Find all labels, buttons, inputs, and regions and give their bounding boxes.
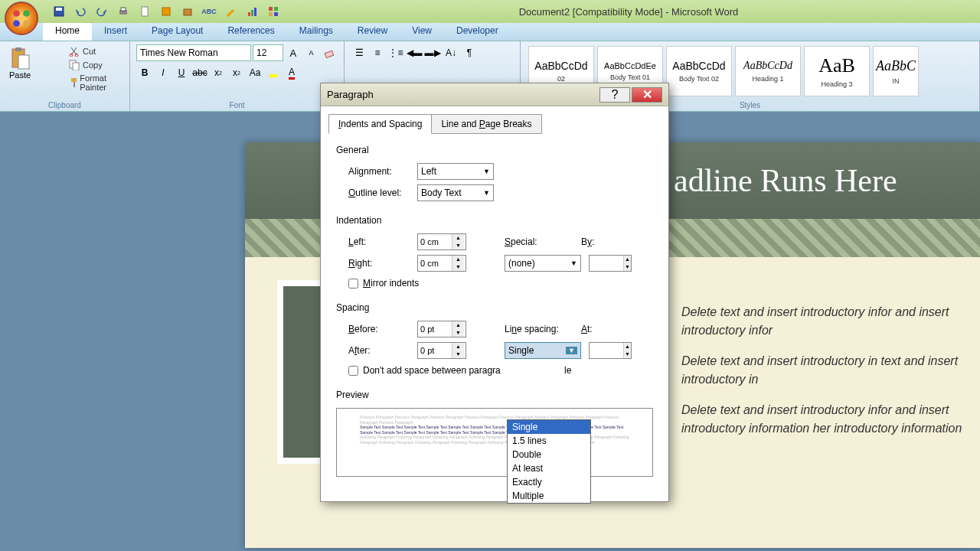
by-spinner[interactable]: ▲▼ [589, 255, 632, 272]
cut-button[interactable]: Cut [66, 44, 123, 58]
ls-option-at-least[interactable]: At least [508, 461, 590, 475]
style-heading-1[interactable]: AaBbCcDdHeading 1 [735, 46, 801, 96]
tab-home[interactable]: Home [43, 23, 92, 41]
up-icon[interactable]: ▲ [452, 321, 464, 329]
subscript-button[interactable]: x2 [210, 64, 227, 81]
svg-rect-11 [248, 12, 250, 16]
decrease-indent[interactable]: ◀▬ [406, 44, 423, 61]
svg-rect-15 [274, 7, 278, 11]
tab-review[interactable]: Review [345, 23, 400, 41]
multilevel-button[interactable]: ⋮≡ [387, 44, 404, 61]
left-spinner[interactable]: ▲▼ [417, 233, 466, 250]
qat-save[interactable] [51, 3, 67, 20]
qat-extra2[interactable] [179, 3, 196, 20]
italic-button[interactable]: I [155, 64, 172, 81]
shrink-font[interactable]: A [303, 44, 320, 61]
style-in[interactable]: AaBbCIN [873, 46, 919, 96]
up-icon[interactable]: ▲ [452, 343, 464, 350]
tab-developer[interactable]: Developer [444, 23, 511, 41]
tab-line-page-breaks[interactable]: Line and Page Breaks [431, 114, 541, 134]
sort-button[interactable]: A↓ [443, 44, 459, 61]
dialog-titlebar[interactable]: Paragraph ? ✕ [321, 83, 668, 106]
dialog-close-button[interactable]: ✕ [632, 87, 662, 103]
at-spinner[interactable]: ▲▼ [589, 342, 632, 359]
down-icon[interactable]: ▼ [624, 263, 631, 271]
office-button[interactable] [5, 2, 38, 35]
dont-add-checkbox[interactable] [348, 366, 358, 376]
down-icon[interactable]: ▼ [624, 350, 631, 358]
format-painter-button[interactable]: Format Painter [66, 72, 123, 93]
dialog-body: General Alignment: Left▼ Outline level: … [321, 134, 668, 501]
tab-mailings[interactable]: Mailings [287, 23, 345, 41]
up-icon[interactable]: ▲ [624, 256, 631, 263]
numbering-button[interactable]: ≡ [369, 44, 386, 61]
qat-spell[interactable]: ABC [201, 3, 217, 20]
qat-draw[interactable] [222, 3, 239, 20]
chevron-down-icon: ▼ [570, 259, 577, 267]
body-p1: Delete text and insert introductory info… [681, 303, 965, 340]
style-heading-3[interactable]: AaBHeading 3 [804, 46, 870, 96]
qat-extra1[interactable] [158, 3, 175, 20]
mirror-checkbox[interactable] [348, 279, 358, 289]
ls-option-single[interactable]: Single [508, 420, 590, 434]
down-icon[interactable]: ▼ [452, 242, 464, 249]
down-icon[interactable]: ▼ [452, 329, 464, 337]
up-icon[interactable]: ▲ [624, 343, 631, 350]
ls-option-exactly[interactable]: Exactly [508, 475, 590, 489]
grow-font[interactable]: A [285, 44, 302, 61]
special-label: Special: [505, 236, 573, 247]
tab-indents-spacing[interactable]: IIndents and Spacingndents and Spacing [328, 114, 432, 134]
svg-rect-5 [56, 8, 62, 11]
qat-redo[interactable] [93, 3, 110, 20]
font-color-button[interactable]: A [283, 64, 300, 81]
qat-grid[interactable] [265, 3, 282, 20]
svg-rect-8 [142, 7, 148, 16]
show-marks[interactable]: ¶ [461, 44, 478, 61]
ls-option-1-5[interactable]: 1.5 lines [508, 434, 590, 448]
tab-references[interactable]: References [215, 23, 286, 41]
qat-chart[interactable] [243, 3, 260, 20]
strike-button[interactable]: abc [191, 64, 208, 81]
svg-point-1 [23, 10, 30, 17]
sheet-icon [161, 6, 172, 17]
qat-preview[interactable] [136, 3, 153, 20]
down-icon[interactable]: ▼ [452, 350, 464, 358]
up-icon[interactable]: ▲ [452, 234, 464, 242]
alignment-label: Alignment: [348, 166, 410, 177]
dialog-help-button[interactable]: ? [599, 87, 630, 103]
bold-button[interactable]: B [136, 64, 153, 81]
clear-format[interactable] [321, 44, 338, 61]
style-body-text-02[interactable]: AaBbCcDdBody Text 02 [666, 46, 732, 96]
copy-button[interactable]: Copy [66, 58, 123, 72]
change-case[interactable]: Aa [247, 64, 263, 81]
qat-undo[interactable] [72, 3, 89, 20]
bullets-button[interactable]: ☰ [351, 44, 368, 61]
alignment-combo[interactable]: Left▼ [417, 163, 494, 180]
ls-option-multiple[interactable]: Multiple [508, 489, 590, 503]
paste-button[interactable]: Paste [6, 44, 34, 93]
underline-button[interactable]: U [173, 64, 190, 81]
after-spinner[interactable]: ▲▼ [417, 342, 466, 359]
superscript-button[interactable]: x2 [228, 64, 245, 81]
down-icon[interactable]: ▼ [452, 263, 464, 271]
right-spinner[interactable]: ▲▼ [417, 255, 466, 272]
line-spacing-combo[interactable]: Single▼ [505, 342, 581, 359]
up-icon[interactable]: ▲ [452, 256, 464, 263]
font-label: Font [136, 99, 338, 109]
tab-view[interactable]: View [400, 23, 444, 41]
ls-option-double[interactable]: Double [508, 448, 590, 461]
svg-rect-9 [162, 8, 170, 15]
font-name-input[interactable] [136, 44, 251, 61]
tab-insert[interactable]: Insert [92, 23, 139, 41]
svg-rect-27 [270, 74, 277, 77]
increase-indent[interactable]: ▬▶ [424, 44, 441, 61]
before-spinner[interactable]: ▲▼ [417, 321, 466, 337]
special-combo[interactable]: (none)▼ [505, 255, 581, 272]
box-icon [182, 6, 193, 17]
outline-combo[interactable]: Body Text▼ [417, 184, 494, 201]
spacing-section-label: Spacing [336, 302, 653, 313]
tab-page-layout[interactable]: Page Layout [139, 23, 215, 41]
qat-print[interactable] [115, 3, 132, 20]
highlight-button[interactable] [265, 64, 282, 81]
font-size-input[interactable] [253, 44, 283, 61]
